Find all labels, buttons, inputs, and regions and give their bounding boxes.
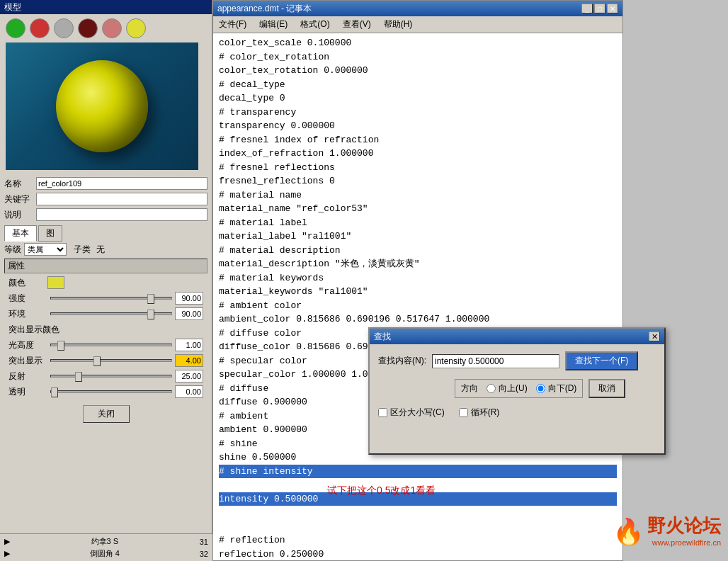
find-close-btn[interactable]: ✕ — [649, 332, 660, 341]
loop-checkbox[interactable] — [459, 408, 468, 417]
highlight-show-slider[interactable] — [50, 359, 172, 362]
menu-help[interactable]: 帮助(H) — [381, 18, 416, 31]
notepad-titlebar: appearance.dmt - 记事本 _ □ ✕ — [213, 1, 622, 16]
radio-group: 向上(U) 向下(D) — [487, 382, 576, 395]
annotation-text: 试下把这个0.5改成1看看 — [327, 484, 436, 497]
find-next-btn[interactable]: 查找下一个(F) — [565, 351, 638, 370]
radio-down-label: 向下(D) — [548, 382, 577, 395]
highlight-color-row: 突出显示颜色 — [4, 322, 207, 337]
level-row: 等级 类属 子类 无 — [0, 242, 212, 257]
notepad-menubar: 文件(F) 编辑(E) 格式(O) 查看(V) 帮助(H) — [213, 16, 622, 33]
name-row: 名称 — [0, 176, 212, 191]
radio-up[interactable]: 向上(U) — [487, 382, 528, 395]
menu-edit[interactable]: 编辑(E) — [256, 18, 290, 31]
swatch-dark-red[interactable] — [78, 18, 98, 38]
ambient-label: 环境 — [8, 308, 47, 320]
shine-row: 光高度 — [4, 337, 207, 353]
case-sensitive-checkbox[interactable] — [378, 408, 387, 417]
level-select[interactable]: 类属 — [24, 243, 67, 256]
level-label: 等级 — [4, 244, 21, 256]
ambient-slider[interactable] — [50, 312, 172, 315]
logo-main-text: 野火论坛 — [647, 514, 721, 538]
intensity-slider[interactable] — [50, 297, 172, 300]
highlight-show-thumb[interactable] — [93, 356, 101, 366]
menu-file[interactable]: 文件(F) — [216, 18, 249, 31]
tab-image[interactable]: 图 — [38, 225, 62, 242]
transparency-thumb[interactable] — [51, 387, 58, 397]
color-label: 颜色 — [8, 277, 47, 289]
menu-view[interactable]: 查看(V) — [340, 18, 374, 31]
transparency-slider[interactable] — [50, 390, 172, 393]
radio-down[interactable]: 向下(D) — [536, 382, 577, 395]
task-row-2: ▶ 倒圆角 4 32 — [4, 548, 208, 560]
tab-basic[interactable]: 基本 — [4, 225, 37, 242]
swatch-red[interactable] — [30, 18, 50, 38]
find-dialog: 查找 ✕ 查找内容(N): 查找下一个(F) 方向 向上(U) 向下(D) — [368, 327, 666, 455]
reflect-value[interactable] — [175, 370, 203, 382]
notepad-text-after: # reflection reflection 0.250000 # bump_… — [219, 535, 324, 559]
ambient-row: 环境 — [4, 306, 207, 322]
ambient-thumb[interactable] — [147, 310, 154, 319]
color-swatches — [0, 14, 212, 42]
shine-slider[interactable] — [50, 344, 172, 346]
subclass-label: 子类 — [74, 244, 91, 256]
task-label-1: 约拿3 S — [91, 536, 119, 547]
swatch-gray[interactable] — [54, 18, 74, 38]
name-input[interactable] — [36, 177, 207, 190]
radio-up-label: 向上(U) — [499, 382, 528, 395]
radio-down-input[interactable] — [536, 384, 545, 393]
subclass-value: 无 — [96, 244, 105, 256]
reflect-thumb[interactable] — [75, 372, 82, 382]
reflect-slider[interactable] — [50, 375, 172, 378]
color-swatch[interactable] — [47, 276, 64, 289]
intensity-value[interactable] — [175, 292, 203, 305]
bottom-items: ▶ 约拿3 S 31 ▶ 倒圆角 4 32 — [0, 533, 212, 561]
swatch-pink[interactable] — [102, 18, 122, 38]
radio-up-input[interactable] — [487, 384, 496, 393]
find-input[interactable] — [432, 354, 559, 368]
maximize-btn[interactable]: □ — [594, 4, 605, 13]
keyword-label: 关键字 — [4, 193, 36, 205]
direction-label: 方向 — [461, 382, 478, 395]
highlight-show-value[interactable] — [175, 354, 203, 367]
highlight-show-label: 突出显示 — [8, 355, 47, 367]
notepad-content[interactable]: color_tex_scale 0.100000 # color_tex_rot… — [213, 33, 622, 559]
desc-row: 说明 — [0, 207, 212, 222]
desc-input[interactable] — [36, 208, 207, 221]
sphere-preview — [56, 60, 148, 152]
cancel-btn[interactable]: 取消 — [588, 379, 625, 398]
intensity-row: 强度 — [4, 290, 207, 306]
find-direction-box: 方向 向上(U) 向下(D) — [455, 379, 583, 398]
menu-format[interactable]: 格式(O) — [297, 18, 332, 31]
swatch-green[interactable] — [6, 18, 25, 38]
desc-label: 说明 — [4, 209, 36, 221]
material-preview — [6, 42, 198, 170]
shine-thumb[interactable] — [57, 341, 64, 351]
find-search-label: 查找内容(N): — [378, 355, 426, 367]
task-label-2: 倒圆角 4 — [90, 548, 120, 559]
shine-label: 光高度 — [8, 339, 47, 351]
close-button[interactable]: 关闭 — [83, 405, 130, 423]
transparency-value[interactable] — [175, 385, 203, 398]
reflect-label: 反射 — [8, 370, 47, 382]
highlight-label: 突出显示颜色 — [8, 324, 65, 336]
intensity-label: 强度 — [8, 293, 47, 305]
shine-value[interactable] — [175, 339, 203, 351]
panel-title: 模型 — [0, 0, 212, 14]
loop-item[interactable]: 循环(R) — [459, 407, 500, 419]
close-win-btn[interactable]: ✕ — [607, 4, 618, 13]
name-label: 名称 — [4, 178, 36, 190]
keyword-row: 关键字 — [0, 191, 212, 207]
find-content: 查找内容(N): 查找下一个(F) 方向 向上(U) 向下(D) — [370, 344, 664, 426]
highlighted-line-1: # shine intensity — [219, 465, 617, 479]
ambient-value[interactable] — [175, 307, 203, 320]
swatch-yellow[interactable] — [126, 18, 146, 38]
find-direction-row: 方向 向上(U) 向下(D) 取消 — [378, 376, 656, 401]
titlebar-buttons: _ □ ✕ — [581, 4, 618, 13]
minimize-btn[interactable]: _ — [581, 4, 593, 13]
intensity-thumb[interactable] — [147, 294, 154, 304]
keyword-input[interactable] — [36, 193, 207, 205]
case-sensitive-item[interactable]: 区分大小写(C) — [378, 407, 445, 419]
task-icon-2: ▶ — [4, 549, 10, 558]
logo-area: 🔥 野火论坛 www.proewildfire.cn — [613, 514, 721, 547]
